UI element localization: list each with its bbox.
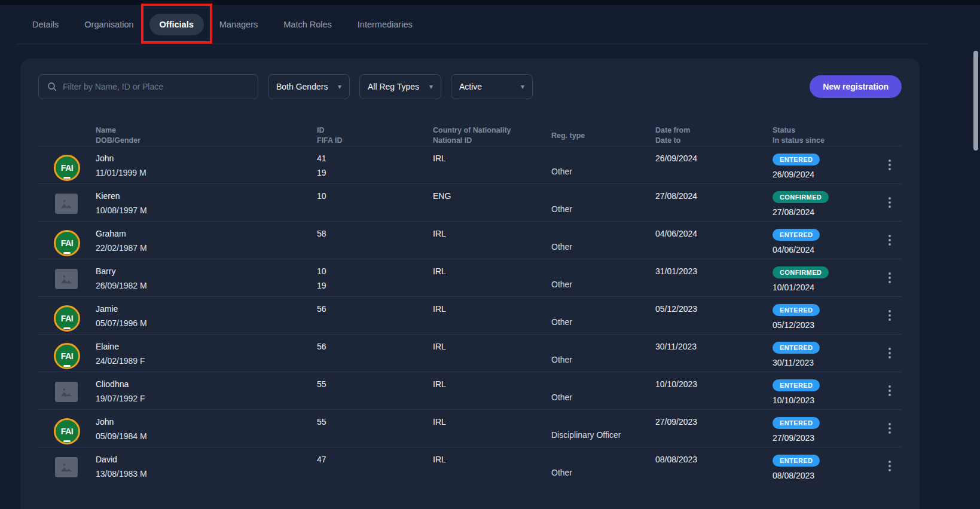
tab-bar: Details Organisation Officials Managers …	[0, 5, 980, 44]
official-date-from: 30/11/2023	[655, 342, 773, 351]
official-country: IRL	[433, 455, 551, 464]
row-menu-button[interactable]	[885, 344, 894, 362]
official-reg-type: Other	[551, 468, 572, 477]
table-row[interactable]: FAI John 05/09/1984 M 55 IRL Disciplinar…	[38, 409, 902, 447]
tab-managers[interactable]: Managers	[219, 20, 258, 29]
in-status-since: 27/09/2023	[773, 433, 878, 443]
official-reg-type: Other	[551, 204, 572, 214]
table-header: Name DOB/Gender ID FIFA ID Country of Na…	[38, 125, 902, 146]
search-field[interactable]	[38, 74, 258, 99]
tab-match-roles[interactable]: Match Roles	[283, 20, 332, 29]
official-id: 55	[317, 417, 433, 427]
tab-intermediaries[interactable]: Intermediaries	[358, 20, 413, 29]
official-id: 55	[317, 379, 433, 389]
in-status-since: 08/08/2023	[773, 471, 878, 480]
official-id: 56	[317, 342, 433, 351]
status-filter-dropdown[interactable]: Active ▾	[451, 74, 533, 99]
search-input[interactable]	[63, 82, 249, 91]
tab-officials-label: Officials	[160, 20, 194, 29]
reg-type-filter-dropdown[interactable]: All Reg Types ▾	[359, 74, 441, 99]
official-dob-gender: 26/09/1982 M	[96, 281, 317, 290]
table-row[interactable]: Kieren 10/08/1997 M 10 ENG Other 27/08/2…	[38, 183, 902, 221]
official-id: 10	[317, 266, 433, 276]
col-reg-type: Reg. type	[551, 125, 655, 146]
official-date-from: 04/06/2024	[655, 229, 773, 238]
official-country: ENG	[433, 191, 551, 201]
official-date-from: 27/08/2024	[655, 191, 773, 201]
col-name: Name DOB/Gender	[96, 125, 317, 146]
official-name: Cliodhna	[96, 379, 317, 389]
status-badge: ENTERED	[773, 304, 820, 316]
tab-organisation[interactable]: Organisation	[84, 20, 133, 29]
official-reg-type: Other	[551, 317, 572, 327]
official-name: Barry	[96, 266, 317, 276]
official-dob-gender: 05/09/1984 M	[96, 431, 317, 441]
fai-logo: FAI	[54, 155, 80, 181]
tab-officials[interactable]: Officials	[149, 14, 204, 35]
officials-page: Details Organisation Officials Managers …	[0, 0, 980, 509]
official-id: 47	[317, 455, 433, 464]
in-status-since: 10/01/2024	[773, 283, 878, 292]
fai-logo: FAI	[54, 305, 80, 332]
top-bar	[0, 0, 980, 5]
table-row[interactable]: David 13/08/1983 M 47 IRL Other 08/08/20…	[38, 447, 902, 485]
table-row[interactable]: FAI John 11/01/1999 M 41 19 IRL Other 26…	[38, 146, 902, 183]
official-dob-gender: 13/08/1983 M	[96, 469, 317, 479]
status-filter-value: Active	[459, 82, 482, 91]
official-name: Graham	[96, 229, 317, 238]
image-placeholder-icon	[55, 457, 78, 477]
table-row[interactable]: Cliodhna 19/07/1992 F 55 IRL Other 10/10…	[38, 372, 902, 409]
tab-underline	[16, 44, 929, 44]
status-badge: ENTERED	[773, 417, 820, 429]
col-id: ID FIFA ID	[317, 125, 433, 146]
row-menu-button[interactable]	[885, 231, 894, 249]
row-menu-button[interactable]	[885, 306, 894, 324]
table-body: FAI John 11/01/1999 M 41 19 IRL Other 26…	[38, 146, 902, 485]
col-dates: Date from Date to	[655, 125, 773, 146]
status-badge: ENTERED	[773, 229, 820, 241]
official-dob-gender: 10/08/1997 M	[96, 206, 317, 215]
official-date-from: 10/10/2023	[655, 379, 773, 389]
official-date-from: 08/08/2023	[655, 455, 773, 464]
gender-filter-dropdown[interactable]: Both Genders ▾	[268, 74, 350, 99]
row-menu-button[interactable]	[885, 194, 894, 211]
image-placeholder-icon	[55, 382, 78, 402]
official-reg-type: Other	[551, 167, 572, 176]
fai-logo: FAI	[54, 343, 80, 369]
official-country: IRL	[433, 229, 551, 238]
official-date-from: 26/09/2024	[655, 154, 773, 163]
row-menu-button[interactable]	[885, 419, 894, 437]
table-row[interactable]: FAI Graham 22/02/1987 M 58 IRL Other 04/…	[38, 221, 902, 259]
official-country: IRL	[433, 342, 551, 351]
official-name: David	[96, 455, 317, 464]
in-status-since: 10/10/2023	[773, 395, 878, 405]
row-menu-button[interactable]	[885, 156, 894, 174]
fai-logo: FAI	[54, 418, 80, 444]
row-menu-button[interactable]	[885, 382, 894, 400]
official-date-from: 31/01/2023	[655, 266, 773, 276]
new-registration-button[interactable]: New registration	[810, 75, 902, 98]
official-name: Jamie	[96, 304, 317, 314]
row-menu-button[interactable]	[885, 457, 894, 475]
table-row[interactable]: FAI Elaine 24/02/1989 F 56 IRL Other 30/…	[38, 334, 902, 372]
official-id: 41	[317, 154, 433, 163]
col-country: Country of Nationality National ID	[433, 125, 551, 146]
col-status: Status In status since	[773, 125, 878, 146]
in-status-since: 30/11/2023	[773, 358, 878, 367]
official-dob-gender: 24/02/1989 F	[96, 356, 317, 366]
scrollbar-thumb[interactable]	[973, 51, 978, 151]
official-fifa-id: 19	[317, 281, 433, 290]
official-reg-type: Disciplinary Officer	[551, 430, 621, 440]
search-icon	[47, 82, 57, 91]
row-menu-button[interactable]	[885, 269, 894, 287]
chevron-down-icon: ▾	[429, 82, 433, 91]
table-row[interactable]: FAI Jamie 05/07/1996 M 56 IRL Other 05/1…	[38, 296, 902, 334]
status-badge: CONFIRMED	[773, 191, 829, 203]
table-row[interactable]: Barry 26/09/1982 M 10 19 IRL Other 31/01…	[38, 259, 902, 296]
filter-toolbar: Both Genders ▾ All Reg Types ▾ Active ▾ …	[38, 74, 902, 99]
tab-details[interactable]: Details	[32, 20, 59, 29]
in-status-since: 27/08/2024	[773, 207, 878, 217]
officials-panel: Both Genders ▾ All Reg Types ▾ Active ▾ …	[20, 59, 920, 509]
reg-type-filter-value: All Reg Types	[368, 82, 419, 91]
official-date-from: 27/09/2023	[655, 417, 773, 427]
